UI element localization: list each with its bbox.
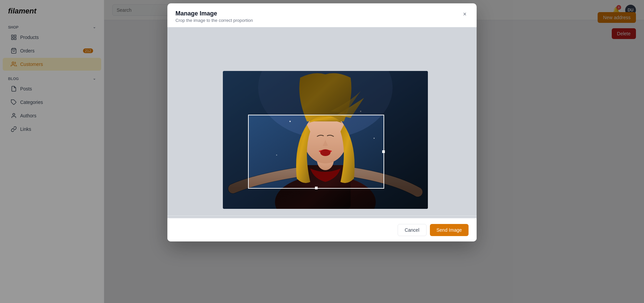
modal-overlay: Manage Image Crop the image to the corre…	[0, 0, 644, 303]
modal-header: Manage Image Crop the image to the corre…	[167, 3, 477, 27]
svg-point-18	[276, 155, 277, 156]
svg-point-17	[374, 138, 375, 139]
modal-subtitle: Crop the image to the correct proportion	[175, 18, 253, 23]
image-canvas[interactable]	[167, 27, 477, 216]
person-image	[223, 71, 428, 209]
modal-footer: Cancel Send Image	[167, 218, 477, 241]
svg-point-15	[289, 121, 291, 122]
manage-image-modal: Manage Image Crop the image to the corre…	[167, 3, 477, 241]
modal-close-button[interactable]: ×	[461, 10, 469, 18]
modal-title: Manage Image	[175, 10, 253, 17]
image-scrollbar-track[interactable]	[167, 216, 477, 218]
modal-header-text: Manage Image Crop the image to the corre…	[175, 10, 253, 23]
svg-point-14	[320, 149, 330, 156]
cancel-button[interactable]: Cancel	[398, 224, 427, 236]
modal-body	[167, 27, 477, 218]
send-image-button[interactable]: Send Image	[430, 224, 469, 236]
svg-point-16	[360, 111, 361, 112]
image-scrollbar-thumb[interactable]	[167, 216, 477, 218]
